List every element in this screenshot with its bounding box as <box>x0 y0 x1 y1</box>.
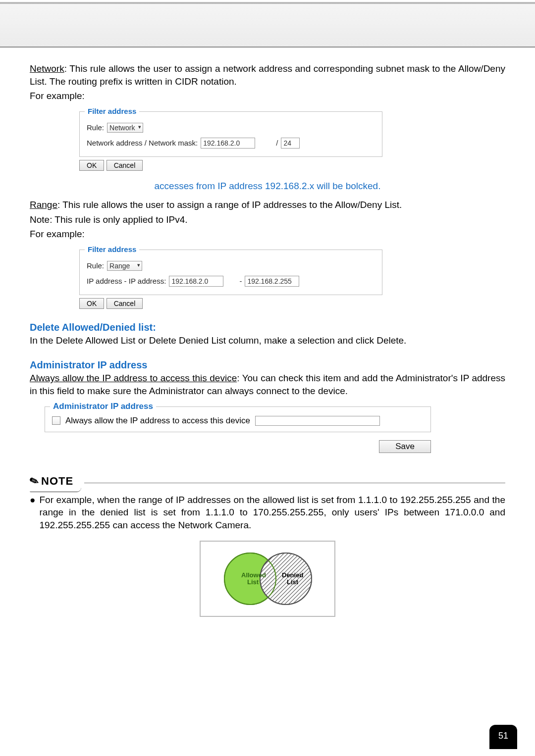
admin-ip-paragraph: Always allow the IP address to access th… <box>30 372 505 397</box>
svg-text:List: List <box>247 578 259 586</box>
network-paragraph: Network: This rule allows the user to as… <box>30 62 505 88</box>
rule-select[interactable]: Network <box>107 123 143 133</box>
bullet-dot: ● <box>30 494 35 532</box>
save-button[interactable]: Save <box>379 440 431 453</box>
delete-list-heading: Delete Allowed/Denied list: <box>30 322 505 333</box>
network-address-input[interactable]: 192.168.2.0 <box>201 138 255 149</box>
fieldset-legend: Administrator IP address <box>50 402 156 411</box>
admin-ip-heading: Administrator IP address <box>30 359 505 371</box>
venn-allowed-label: Allowed <box>241 571 266 579</box>
header-bar <box>0 2 535 48</box>
for-example-1: For example: <box>30 90 505 102</box>
always-allow-checkbox[interactable] <box>52 416 60 425</box>
ip-from-input[interactable]: 192.168.2.0 <box>169 276 223 287</box>
admin-ip-input[interactable] <box>255 416 380 426</box>
venn-denied-label: Denied <box>282 571 303 579</box>
network-example-caption: accesses from IP address 192.168.2.x wil… <box>30 181 505 192</box>
note-label-text: NOTE <box>41 475 73 488</box>
page-content: Network: This rule allows the user to as… <box>0 48 535 637</box>
admin-ip-fieldset: Administrator IP address Always allow th… <box>45 406 431 432</box>
cidr-slash: / <box>276 139 278 147</box>
network-address-label: Network address / Network mask: <box>87 139 198 147</box>
pen-icon: ✎ <box>28 473 41 489</box>
rule-label: Rule: <box>87 123 104 132</box>
filter-address-fieldset: Filter address Rule: Range IP address - … <box>79 250 382 295</box>
cancel-button[interactable]: Cancel <box>107 298 143 309</box>
network-label: Network <box>30 63 64 74</box>
ip-to-input[interactable]: 192.168.2.255 <box>245 276 299 287</box>
range-paragraph: Range: This rule allows the user to assi… <box>30 199 505 211</box>
note-heading: ✎ NOTE <box>30 476 505 491</box>
range-text: : This rule allows the user to assign a … <box>57 200 402 210</box>
delete-list-text: In the Delete Allowed List or Delete Den… <box>30 334 505 347</box>
filter-address-network-group: Filter address Rule: Network Network add… <box>79 111 382 171</box>
range-note: Note: This rule is only applied to IPv4. <box>30 213 505 226</box>
rule-select[interactable]: Range <box>107 261 142 271</box>
rule-label: Rule: <box>87 261 104 270</box>
network-text: : This rule allows the user to assign a … <box>30 63 505 87</box>
always-allow-checkbox-label: Always allow the IP address to access th… <box>65 416 250 426</box>
ok-button[interactable]: OK <box>79 160 104 171</box>
always-allow-label: Always allow the IP address to access th… <box>30 373 237 383</box>
cancel-button[interactable]: Cancel <box>107 160 143 171</box>
svg-text:List: List <box>287 578 299 586</box>
note-bullet-text: For example, when the range of IP addres… <box>39 494 505 532</box>
note-bullet: ● For example, when the range of IP addr… <box>30 494 505 532</box>
venn-diagram: Allowed List Denied List <box>200 541 335 617</box>
ip-range-dash: - <box>239 277 242 285</box>
ip-range-label: IP address - IP address: <box>87 277 166 285</box>
admin-ip-group: Administrator IP address Always allow th… <box>45 406 431 453</box>
filter-address-range-group: Filter address Rule: Range IP address - … <box>79 250 382 309</box>
fieldset-legend: Filter address <box>85 245 139 253</box>
network-mask-input[interactable]: 24 <box>281 138 300 149</box>
for-example-2: For example: <box>30 228 505 241</box>
ok-button[interactable]: OK <box>79 298 104 309</box>
fieldset-legend: Filter address <box>85 107 139 115</box>
range-label: Range <box>30 200 57 210</box>
filter-address-fieldset: Filter address Rule: Network Network add… <box>79 111 382 157</box>
